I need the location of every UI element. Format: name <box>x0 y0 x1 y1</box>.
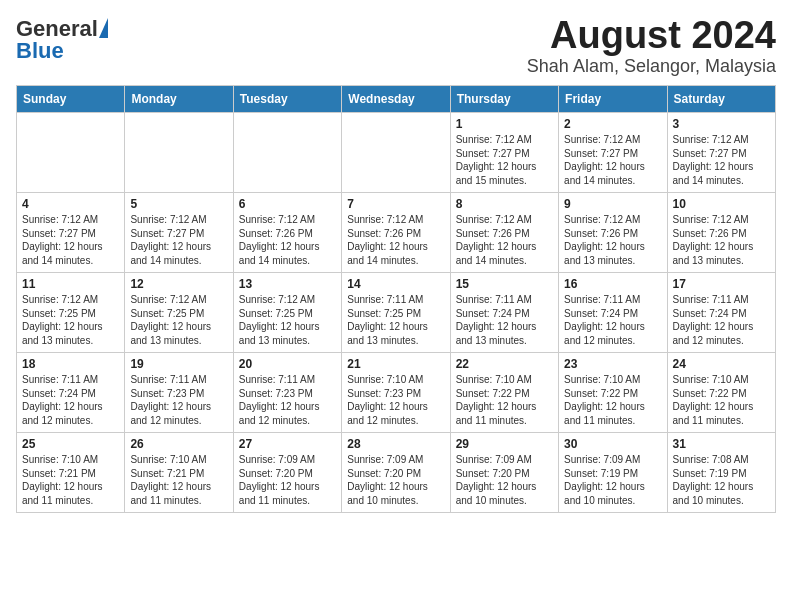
day-number: 14 <box>347 277 444 291</box>
day-number: 25 <box>22 437 119 451</box>
table-row: 13Sunrise: 7:12 AM Sunset: 7:25 PM Dayli… <box>233 273 341 353</box>
day-info: Sunrise: 7:09 AM Sunset: 7:20 PM Dayligh… <box>456 453 553 507</box>
day-number: 8 <box>456 197 553 211</box>
table-row: 5Sunrise: 7:12 AM Sunset: 7:27 PM Daylig… <box>125 193 233 273</box>
day-info: Sunrise: 7:09 AM Sunset: 7:20 PM Dayligh… <box>239 453 336 507</box>
table-row: 4Sunrise: 7:12 AM Sunset: 7:27 PM Daylig… <box>17 193 125 273</box>
table-row: 30Sunrise: 7:09 AM Sunset: 7:19 PM Dayli… <box>559 433 667 513</box>
col-wednesday: Wednesday <box>342 86 450 113</box>
table-row: 21Sunrise: 7:10 AM Sunset: 7:23 PM Dayli… <box>342 353 450 433</box>
table-row: 16Sunrise: 7:11 AM Sunset: 7:24 PM Dayli… <box>559 273 667 353</box>
calendar-week-1: 1Sunrise: 7:12 AM Sunset: 7:27 PM Daylig… <box>17 113 776 193</box>
calendar-week-4: 18Sunrise: 7:11 AM Sunset: 7:24 PM Dayli… <box>17 353 776 433</box>
day-number: 19 <box>130 357 227 371</box>
table-row: 1Sunrise: 7:12 AM Sunset: 7:27 PM Daylig… <box>450 113 558 193</box>
day-info: Sunrise: 7:12 AM Sunset: 7:25 PM Dayligh… <box>22 293 119 347</box>
table-row <box>17 113 125 193</box>
calendar-week-2: 4Sunrise: 7:12 AM Sunset: 7:27 PM Daylig… <box>17 193 776 273</box>
day-info: Sunrise: 7:11 AM Sunset: 7:25 PM Dayligh… <box>347 293 444 347</box>
day-info: Sunrise: 7:10 AM Sunset: 7:22 PM Dayligh… <box>564 373 661 427</box>
title-block: August 2024 Shah Alam, Selangor, Malaysi… <box>527 16 776 77</box>
page-header: General Blue August 2024 Shah Alam, Sela… <box>16 16 776 77</box>
day-number: 5 <box>130 197 227 211</box>
table-row: 7Sunrise: 7:12 AM Sunset: 7:26 PM Daylig… <box>342 193 450 273</box>
day-info: Sunrise: 7:11 AM Sunset: 7:23 PM Dayligh… <box>239 373 336 427</box>
table-row <box>342 113 450 193</box>
table-row: 17Sunrise: 7:11 AM Sunset: 7:24 PM Dayli… <box>667 273 775 353</box>
table-row: 2Sunrise: 7:12 AM Sunset: 7:27 PM Daylig… <box>559 113 667 193</box>
day-info: Sunrise: 7:10 AM Sunset: 7:22 PM Dayligh… <box>456 373 553 427</box>
day-info: Sunrise: 7:11 AM Sunset: 7:24 PM Dayligh… <box>564 293 661 347</box>
day-number: 21 <box>347 357 444 371</box>
logo-blue: Blue <box>16 38 64 64</box>
calendar-week-5: 25Sunrise: 7:10 AM Sunset: 7:21 PM Dayli… <box>17 433 776 513</box>
day-number: 10 <box>673 197 770 211</box>
day-number: 7 <box>347 197 444 211</box>
table-row: 27Sunrise: 7:09 AM Sunset: 7:20 PM Dayli… <box>233 433 341 513</box>
table-row: 18Sunrise: 7:11 AM Sunset: 7:24 PM Dayli… <box>17 353 125 433</box>
day-info: Sunrise: 7:12 AM Sunset: 7:26 PM Dayligh… <box>239 213 336 267</box>
table-row: 14Sunrise: 7:11 AM Sunset: 7:25 PM Dayli… <box>342 273 450 353</box>
day-number: 4 <box>22 197 119 211</box>
table-row <box>233 113 341 193</box>
day-info: Sunrise: 7:09 AM Sunset: 7:19 PM Dayligh… <box>564 453 661 507</box>
day-number: 2 <box>564 117 661 131</box>
day-info: Sunrise: 7:11 AM Sunset: 7:24 PM Dayligh… <box>673 293 770 347</box>
table-row: 24Sunrise: 7:10 AM Sunset: 7:22 PM Dayli… <box>667 353 775 433</box>
page-title: August 2024 <box>527 16 776 54</box>
day-number: 26 <box>130 437 227 451</box>
day-number: 12 <box>130 277 227 291</box>
day-info: Sunrise: 7:12 AM Sunset: 7:27 PM Dayligh… <box>564 133 661 187</box>
logo: General Blue <box>16 16 108 64</box>
day-info: Sunrise: 7:11 AM Sunset: 7:24 PM Dayligh… <box>22 373 119 427</box>
day-info: Sunrise: 7:12 AM Sunset: 7:25 PM Dayligh… <box>239 293 336 347</box>
table-row: 25Sunrise: 7:10 AM Sunset: 7:21 PM Dayli… <box>17 433 125 513</box>
day-number: 9 <box>564 197 661 211</box>
day-info: Sunrise: 7:10 AM Sunset: 7:23 PM Dayligh… <box>347 373 444 427</box>
day-number: 17 <box>673 277 770 291</box>
day-info: Sunrise: 7:08 AM Sunset: 7:19 PM Dayligh… <box>673 453 770 507</box>
col-monday: Monday <box>125 86 233 113</box>
logo-triangle-icon <box>99 18 108 38</box>
table-row: 26Sunrise: 7:10 AM Sunset: 7:21 PM Dayli… <box>125 433 233 513</box>
day-info: Sunrise: 7:12 AM Sunset: 7:25 PM Dayligh… <box>130 293 227 347</box>
day-info: Sunrise: 7:12 AM Sunset: 7:26 PM Dayligh… <box>456 213 553 267</box>
table-row: 20Sunrise: 7:11 AM Sunset: 7:23 PM Dayli… <box>233 353 341 433</box>
table-row: 22Sunrise: 7:10 AM Sunset: 7:22 PM Dayli… <box>450 353 558 433</box>
table-row: 8Sunrise: 7:12 AM Sunset: 7:26 PM Daylig… <box>450 193 558 273</box>
day-info: Sunrise: 7:12 AM Sunset: 7:26 PM Dayligh… <box>564 213 661 267</box>
day-info: Sunrise: 7:12 AM Sunset: 7:26 PM Dayligh… <box>347 213 444 267</box>
col-sunday: Sunday <box>17 86 125 113</box>
col-friday: Friday <box>559 86 667 113</box>
day-number: 3 <box>673 117 770 131</box>
day-number: 29 <box>456 437 553 451</box>
day-info: Sunrise: 7:12 AM Sunset: 7:27 PM Dayligh… <box>456 133 553 187</box>
day-number: 24 <box>673 357 770 371</box>
day-number: 31 <box>673 437 770 451</box>
table-row: 23Sunrise: 7:10 AM Sunset: 7:22 PM Dayli… <box>559 353 667 433</box>
day-number: 15 <box>456 277 553 291</box>
table-row: 6Sunrise: 7:12 AM Sunset: 7:26 PM Daylig… <box>233 193 341 273</box>
day-info: Sunrise: 7:10 AM Sunset: 7:22 PM Dayligh… <box>673 373 770 427</box>
day-number: 18 <box>22 357 119 371</box>
col-thursday: Thursday <box>450 86 558 113</box>
day-number: 6 <box>239 197 336 211</box>
table-row: 15Sunrise: 7:11 AM Sunset: 7:24 PM Dayli… <box>450 273 558 353</box>
table-row <box>125 113 233 193</box>
day-info: Sunrise: 7:12 AM Sunset: 7:27 PM Dayligh… <box>130 213 227 267</box>
table-row: 19Sunrise: 7:11 AM Sunset: 7:23 PM Dayli… <box>125 353 233 433</box>
day-number: 23 <box>564 357 661 371</box>
day-info: Sunrise: 7:10 AM Sunset: 7:21 PM Dayligh… <box>22 453 119 507</box>
table-row: 3Sunrise: 7:12 AM Sunset: 7:27 PM Daylig… <box>667 113 775 193</box>
day-number: 30 <box>564 437 661 451</box>
day-number: 28 <box>347 437 444 451</box>
day-info: Sunrise: 7:10 AM Sunset: 7:21 PM Dayligh… <box>130 453 227 507</box>
day-number: 11 <box>22 277 119 291</box>
col-saturday: Saturday <box>667 86 775 113</box>
day-info: Sunrise: 7:12 AM Sunset: 7:26 PM Dayligh… <box>673 213 770 267</box>
day-number: 20 <box>239 357 336 371</box>
day-info: Sunrise: 7:12 AM Sunset: 7:27 PM Dayligh… <box>673 133 770 187</box>
table-row: 28Sunrise: 7:09 AM Sunset: 7:20 PM Dayli… <box>342 433 450 513</box>
day-info: Sunrise: 7:09 AM Sunset: 7:20 PM Dayligh… <box>347 453 444 507</box>
table-row: 9Sunrise: 7:12 AM Sunset: 7:26 PM Daylig… <box>559 193 667 273</box>
